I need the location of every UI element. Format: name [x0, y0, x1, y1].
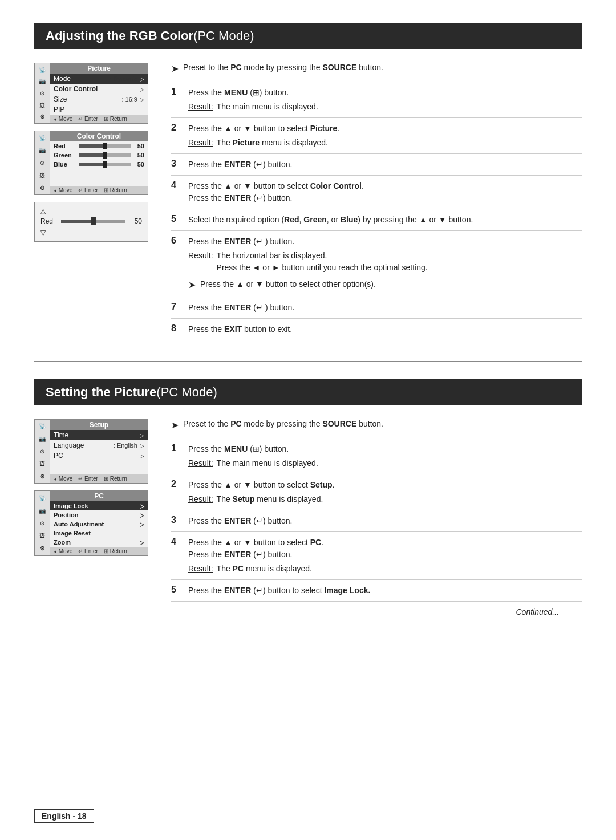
- continued-text: Continued...: [171, 607, 582, 616]
- step-1: 1 Press the MENU (⊞) button. Result: The…: [171, 82, 582, 118]
- section2-body: 📡 📷 ⊙ 🖼 ⚙ Setup Time ▷: [34, 419, 582, 616]
- icon-antenna2: 📡: [37, 133, 47, 143]
- menu-colorcontrol-content: Color Control Red 50 Green: [50, 131, 148, 194]
- result-2: Result: The Picture menu is displayed.: [188, 137, 582, 149]
- icon-gear1: ⚙: [37, 112, 47, 122]
- menu-row-language: Language : English ▷: [50, 440, 148, 451]
- menu-picture-title: Picture: [50, 63, 148, 74]
- menu-setup-footer: ⬧ Move ↵ Enter ⊞ Return: [50, 474, 148, 483]
- step-5: 5 Select the required option (Red, Green…: [171, 209, 582, 231]
- side-icons-4: 📡 📷 ⊙ 🖼 ⚙: [35, 491, 50, 555]
- section1-title-normal: (PC Mode): [193, 29, 254, 43]
- section1-body: 📡 📷 ⊙ 🖼 ⚙ Picture Mode : Dynamic ▷: [34, 63, 582, 340]
- menu-setup-title: Setup: [50, 420, 148, 430]
- icon-img2: 🖼: [37, 170, 47, 180]
- s2-step-2: 2 Press the ▲ or ▼ button to select Setu…: [171, 474, 582, 510]
- blue-track: [79, 163, 131, 166]
- step-7: 7 Press the ENTER (↵ ) button.: [171, 297, 582, 319]
- menu-pc-inner: 📡 📷 ⊙ 🖼 ⚙ PC Image Lock ▷: [35, 491, 148, 555]
- section1: Adjusting the RGB Color (PC Mode) 📡 📷 ⊙ …: [34, 23, 582, 340]
- slider-track: [61, 220, 125, 223]
- menu-row-position: Position ▷: [50, 510, 148, 520]
- icon-video4: 📷: [37, 505, 47, 516]
- step-6: 6 Press the ENTER (↵ ) button. Result: T…: [171, 231, 582, 297]
- side-icons-1: 📡 📷 ⊙ 🖼 ⚙: [35, 63, 50, 123]
- menu-pc-title: PC: [50, 491, 148, 501]
- menu-colorcontrol-title: Color Control: [50, 131, 148, 141]
- menu-picture: 📡 📷 ⊙ 🖼 ⚙ Picture Mode : Dynamic ▷: [34, 63, 148, 124]
- menu-picture-inner: 📡 📷 ⊙ 🖼 ⚙ Picture Mode : Dynamic ▷: [35, 63, 148, 123]
- menu-row-pip: PIP: [50, 104, 148, 115]
- step-4: 4 Press the ▲ or ▼ button to select Colo…: [171, 176, 582, 209]
- menu-colorcontrol-inner: 📡 📷 ⊙ 🖼 ⚙ Color Control Red: [35, 131, 148, 194]
- icon-antenna3: 📡: [37, 421, 47, 432]
- menu-setup-content: Setup Time ▷ Language : English ▷: [50, 420, 148, 483]
- red-track: [79, 144, 131, 148]
- side-icons-2: 📡 📷 ⊙ 🖼 ⚙: [35, 131, 50, 194]
- preset-row-2: ➤ Preset to the PC mode by pressing the …: [171, 419, 582, 431]
- s2-step-4: 4 Press the ▲ or ▼ button to select PC. …: [171, 532, 582, 580]
- section1-header: Adjusting the RGB Color (PC Mode): [34, 23, 582, 49]
- menu-row-pc: PC ▷: [50, 451, 148, 461]
- icon-gear3: ⚙: [37, 471, 47, 481]
- menu-picture-footer: ⬧ Move ↵ Enter ⊞ Return: [50, 115, 148, 123]
- menu-row-zoom: Zoom ▷: [50, 538, 148, 547]
- icon-circle4: ⊙: [37, 518, 47, 528]
- page: Adjusting the RGB Color (PC Mode) 📡 📷 ⊙ …: [0, 0, 616, 840]
- section2-header: Setting the Picture (PC Mode): [34, 379, 582, 405]
- section2-right: ➤ Preset to the PC mode by pressing the …: [171, 419, 582, 616]
- step-8: 8 Press the EXIT button to exit.: [171, 319, 582, 340]
- side-icons-3: 📡 📷 ⊙ 🖼 ⚙: [35, 420, 50, 483]
- icon-img3: 🖼: [37, 458, 47, 469]
- page-footer: English - 18: [34, 809, 94, 823]
- s2-result-4: Result: The PC menu is displayed.: [188, 563, 582, 575]
- step-2: 2 Press the ▲ or ▼ button to select Pict…: [171, 118, 582, 154]
- menu-row-colorcontrol: Color Control ▷: [50, 84, 148, 94]
- section-divider: [34, 361, 582, 362]
- icon-antenna4: 📡: [37, 493, 47, 503]
- menu-row-size: Size : 16:9 ▷: [50, 94, 148, 104]
- icon-circle: ⊙: [37, 88, 47, 98]
- menu-row-imagereset: Image Reset: [50, 529, 148, 538]
- menu-colorcontrol-footer: ⬧ Move ↵ Enter ⊞ Return: [50, 186, 148, 194]
- icon-video: 📷: [37, 76, 47, 87]
- s2-step-1: 1 Press the MENU (⊞) button. Result: The…: [171, 439, 582, 474]
- menu-colorcontrol: 📡 📷 ⊙ 🖼 ⚙ Color Control Red: [34, 131, 148, 195]
- menu-row-autoadj: Auto Adjustment ▷: [50, 520, 148, 529]
- icon-gear4: ⚙: [37, 543, 47, 554]
- s2-result-2: Result: The Setup menu is displayed.: [188, 493, 582, 505]
- menu-row-imagelock: Image Lock ▷: [50, 501, 148, 510]
- menu-pc-content: PC Image Lock ▷ Position ▷ Auto Adjustme…: [50, 491, 148, 555]
- menu-picture-content: Picture Mode : Dynamic ▷ Color Control ▷: [50, 63, 148, 123]
- icon-video2: 📷: [37, 145, 47, 156]
- menu-row-mode: Mode : Dynamic ▷: [50, 74, 148, 84]
- icon-antenna: 📡: [37, 64, 47, 75]
- result-1: Result: The main menu is displayed.: [188, 101, 582, 113]
- icon-gear2: ⚙: [37, 182, 47, 193]
- footer-label: English - 18: [42, 811, 87, 821]
- section1-right: ➤ Preset to the PC mode by pressing the …: [171, 63, 582, 340]
- icon-img4: 🖼: [37, 531, 47, 541]
- menu-row-time: Time ▷: [50, 430, 148, 440]
- color-bar-red: Red 50: [50, 141, 148, 151]
- green-track: [79, 153, 131, 157]
- icon-img: 🖼: [37, 100, 47, 110]
- preset-icon-2: ➤: [171, 420, 179, 431]
- preset-row-1: ➤ Preset to the PC mode by pressing the …: [171, 63, 582, 74]
- s2-step-5: 5 Press the ENTER (↵) button to select I…: [171, 580, 582, 602]
- menu-pc-footer: ⬧ Move ↵ Enter ⊞ Return: [50, 547, 148, 555]
- section2-title-bold: Setting the Picture: [46, 385, 156, 400]
- menu-setup-inner: 📡 📷 ⊙ 🖼 ⚙ Setup Time ▷: [35, 420, 148, 483]
- slider-row: Red 50: [40, 217, 142, 225]
- menu-setup: 📡 📷 ⊙ 🖼 ⚙ Setup Time ▷: [34, 419, 148, 484]
- icon-video3: 📷: [37, 434, 47, 444]
- section2-title-normal: (PC Mode): [156, 385, 217, 400]
- step-3: 3 Press the ENTER (↵) button.: [171, 154, 582, 176]
- icon-circle3: ⊙: [37, 446, 47, 456]
- preset-icon-1: ➤: [171, 63, 179, 74]
- icon-circle2: ⊙: [37, 157, 47, 168]
- section2: Setting the Picture (PC Mode) 📡 📷 ⊙ 🖼 ⚙: [34, 379, 582, 616]
- color-bar-green: Green 50: [50, 151, 148, 160]
- section1-title-bold: Adjusting the RGB Color: [46, 29, 193, 43]
- section2-left: 📡 📷 ⊙ 🖼 ⚙ Setup Time ▷: [34, 419, 154, 616]
